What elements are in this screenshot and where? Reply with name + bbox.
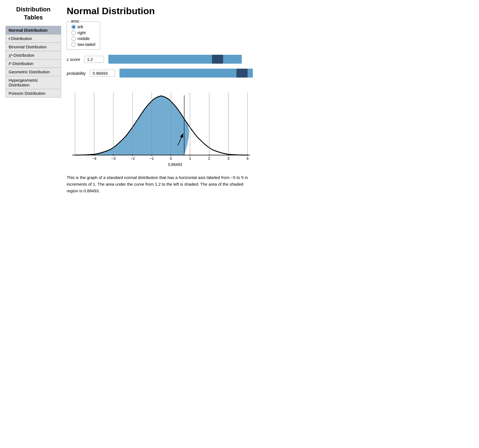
radio-middle-input[interactable] <box>71 36 76 41</box>
svg-text:0.88493: 0.88493 <box>168 162 182 167</box>
zscore-label: z score <box>67 57 80 62</box>
radio-group: left right middle two-tailed <box>71 24 95 47</box>
svg-text:−4: −4 <box>92 156 96 161</box>
radio-left-label: left <box>78 24 83 29</box>
svg-text:1: 1 <box>189 156 191 161</box>
radio-left[interactable]: left <box>71 24 95 29</box>
sidebar-item-f[interactable]: F-Distribution <box>6 59 61 68</box>
area-box: area: left right middle two-tailed <box>67 21 100 50</box>
zscore-input[interactable] <box>84 56 104 63</box>
zscore-slider-thumb[interactable] <box>212 55 223 64</box>
svg-text:−3: −3 <box>111 156 116 161</box>
sidebar-title: DistributionTables <box>6 6 61 21</box>
sidebar: DistributionTables Normal Distribution t… <box>6 6 61 194</box>
radio-right[interactable]: right <box>71 30 95 35</box>
sidebar-item-hypergeometric[interactable]: Hypergeometric Distribution <box>6 76 61 89</box>
prob-slider-container <box>119 69 253 78</box>
svg-text:3: 3 <box>227 156 229 161</box>
radio-middle-label: middle <box>78 36 90 41</box>
svg-text:0: 0 <box>170 156 172 161</box>
sidebar-nav: Normal Distribution t-Distribution Binom… <box>6 26 61 98</box>
zscore-row: z score <box>67 55 473 64</box>
svg-text:−1: −1 <box>149 156 154 161</box>
radio-middle[interactable]: middle <box>71 36 95 41</box>
sidebar-item-chi2[interactable]: χ²-Distribution <box>6 51 61 59</box>
sidebar-item-poisson[interactable]: Poisson Distribution <box>6 89 61 97</box>
page-title: Normal Distribution <box>67 6 473 16</box>
sidebar-item-normal[interactable]: Normal Distribution <box>6 26 61 34</box>
zscore-slider-container <box>108 55 242 64</box>
svg-text:2: 2 <box>208 156 210 161</box>
sidebar-item-t[interactable]: t-Distribution <box>6 34 61 43</box>
probability-label: probability <box>67 71 86 76</box>
prob-slider-thumb[interactable] <box>236 69 248 78</box>
probability-input[interactable] <box>90 70 115 77</box>
main-content: Normal Distribution area: left right mid… <box>67 6 473 194</box>
radio-left-input[interactable] <box>71 25 76 29</box>
description-text: This is the graph of a standard normal d… <box>67 174 256 194</box>
probability-row: probability <box>67 69 473 78</box>
graph-container: −4 −3 −2 −1 0 1 2 3 4 <box>67 84 473 168</box>
radio-two-tailed-label: two-tailed <box>78 42 95 47</box>
svg-text:4: 4 <box>246 156 249 161</box>
radio-right-label: right <box>78 30 86 35</box>
radio-right-input[interactable] <box>71 31 76 35</box>
sidebar-item-binomial[interactable]: Binomial Distribution <box>6 43 61 51</box>
zscore-slider-track[interactable] <box>108 55 242 64</box>
distribution-graph: −4 −3 −2 −1 0 1 2 3 4 <box>67 84 256 168</box>
prob-slider-track[interactable] <box>119 69 253 78</box>
svg-text:−2: −2 <box>130 156 135 161</box>
radio-two-tailed-input[interactable] <box>71 42 76 47</box>
area-label: area: <box>70 19 81 23</box>
sidebar-item-geometric[interactable]: Geometric Distribution <box>6 68 61 76</box>
radio-two-tailed[interactable]: two-tailed <box>71 42 95 47</box>
